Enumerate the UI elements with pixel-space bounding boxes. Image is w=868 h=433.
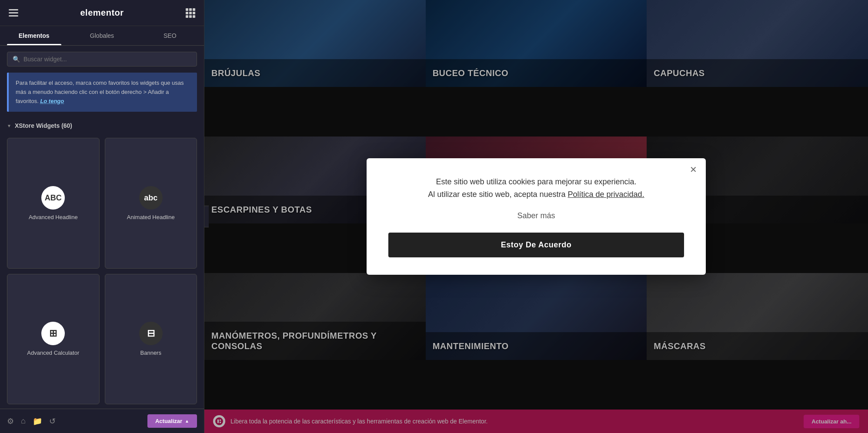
widget-card-advanced-headline[interactable]: ABC Advanced Headline <box>7 138 100 268</box>
cookie-modal-overlay: ✕ Este sitio web utiliza cookies para me… <box>204 0 868 433</box>
tab-globales[interactable]: Globales <box>68 26 136 45</box>
search-input[interactable] <box>23 56 191 63</box>
cookie-modal: ✕ Este sitio web utiliza cookies para me… <box>367 158 706 275</box>
cookie-text-line1: Este sitio web utiliza cookies para mejo… <box>436 177 636 186</box>
folder-icon[interactable]: 📁 <box>33 416 42 426</box>
cookie-modal-text: Este sitio web utiliza cookies para mejo… <box>388 176 684 201</box>
home-icon[interactable]: ⌂ <box>21 416 26 426</box>
info-box-link[interactable]: Lo tengo <box>40 98 64 104</box>
chevron-up-icon: ▲ <box>185 419 189 423</box>
settings-icon[interactable]: ⚙ <box>7 416 14 426</box>
tab-seo[interactable]: SEO <box>136 26 204 45</box>
widget-card-advanced-calculator[interactable]: ⊞ Advanced Calculator <box>7 274 100 404</box>
update-button-label: Actualizar <box>155 418 182 424</box>
advanced-calculator-icon: ⊞ <box>41 322 65 345</box>
cookie-saber-mas-link[interactable]: Saber más <box>388 211 684 220</box>
sidebar: elementor Elementos Globales SEO 🔍 Para … <box>0 0 204 433</box>
widget-label-advanced-calculator: Advanced Calculator <box>27 350 79 356</box>
section-arrow-icon: ▼ <box>7 123 11 128</box>
hamburger-menu-icon[interactable] <box>9 9 18 17</box>
banners-icon: ⊟ <box>139 322 163 345</box>
sidebar-tabs: Elementos Globales SEO <box>0 26 204 46</box>
sidebar-bottom-toolbar: ⚙ ⌂ 📁 ↺ Actualizar ▲ <box>0 409 204 433</box>
widget-label-animated-headline: Animated Headline <box>127 214 175 220</box>
update-button[interactable]: Actualizar ▲ <box>147 414 197 428</box>
section-header-xstore[interactable]: ▼ XStore Widgets (60) <box>0 118 204 133</box>
sidebar-header: elementor <box>0 0 204 26</box>
widget-card-animated-headline[interactable]: abc Animated Headline <box>105 138 197 268</box>
section-header-label: XStore Widgets (60) <box>15 122 72 129</box>
sidebar-title: elementor <box>80 8 124 18</box>
widget-grid: ABC Advanced Headline abc Animated Headl… <box>0 133 204 409</box>
history-icon[interactable]: ↺ <box>49 416 56 426</box>
widget-card-banners[interactable]: ⊟ Banners <box>105 274 197 404</box>
info-box: Para facilitar el acceso, marca como fav… <box>7 73 197 112</box>
widget-label-advanced-headline: Advanced Headline <box>29 214 78 220</box>
advanced-headline-icon: ABC <box>41 186 65 210</box>
search-icon: 🔍 <box>13 56 20 63</box>
grid-apps-icon[interactable] <box>186 8 195 18</box>
cookie-agree-button[interactable]: Estoy De Acuerdo <box>388 233 684 257</box>
widget-label-banners: Banners <box>140 350 161 356</box>
cookie-modal-close-button[interactable]: ✕ <box>690 165 697 174</box>
search-box[interactable]: 🔍 <box>7 52 197 67</box>
cookie-privacy-link[interactable]: Política de privacidad. <box>568 190 644 199</box>
tab-elementos[interactable]: Elementos <box>0 26 68 45</box>
cookie-text-line2: Al utilizar este sitio web, acepta nuest… <box>428 190 565 199</box>
bottom-icons: ⚙ ⌂ 📁 ↺ <box>7 416 56 426</box>
animated-headline-icon: abc <box>139 186 163 210</box>
